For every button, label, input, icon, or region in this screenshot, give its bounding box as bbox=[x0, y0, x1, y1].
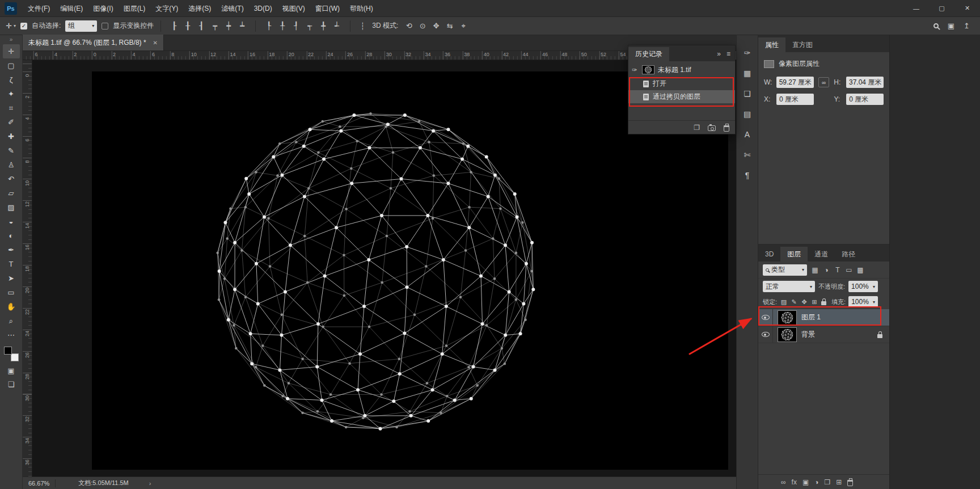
share-icon[interactable]: ↥ bbox=[964, 22, 970, 30]
new-snapshot-icon[interactable] bbox=[708, 125, 716, 131]
path-selection-tool[interactable]: ➤ bbox=[3, 271, 20, 285]
menu-item-10[interactable]: 帮助(H) bbox=[345, 0, 378, 17]
distribute-right-icon[interactable]: ┵ bbox=[331, 20, 343, 32]
eraser-tool[interactable]: ▱ bbox=[3, 186, 20, 200]
visibility-toggle[interactable] bbox=[758, 309, 773, 326]
foreground-color-swatch[interactable] bbox=[4, 347, 12, 355]
active-tool-badge[interactable]: ✛ ▾ bbox=[6, 22, 16, 30]
filter-type-layers-icon[interactable]: T bbox=[832, 264, 843, 276]
close-button[interactable]: ✕ bbox=[954, 0, 980, 17]
add-layer-mask-icon[interactable]: ▣ bbox=[802, 478, 809, 486]
3d-slide-icon[interactable]: ⇆ bbox=[443, 20, 456, 32]
filter-pixel-layers-icon[interactable]: ▦ bbox=[809, 264, 821, 276]
opacity-field[interactable]: 100% ▾ bbox=[848, 281, 878, 292]
menu-item-8[interactable]: 视图(V) bbox=[277, 0, 310, 17]
quick-mask-button[interactable]: ▣ bbox=[3, 364, 20, 377]
tab-layers[interactable]: 图层 bbox=[780, 247, 808, 262]
zoom-level[interactable]: 66.67% bbox=[28, 480, 49, 487]
visibility-toggle[interactable] bbox=[758, 326, 773, 343]
lock-transparency-icon[interactable]: ▨ bbox=[780, 298, 788, 306]
menu-item-0[interactable]: 文件(F) bbox=[23, 0, 55, 17]
gradient-tool[interactable]: ▨ bbox=[3, 200, 20, 214]
lock-artboard-icon[interactable]: ⊞ bbox=[810, 298, 818, 306]
filter-shape-layers-icon[interactable]: ▭ bbox=[843, 264, 855, 276]
clone-stamp-tool[interactable]: ♙ bbox=[3, 158, 20, 172]
auto-select-checkbox[interactable]: ✓ bbox=[20, 23, 27, 29]
width-field[interactable]: 59.27 厘米 bbox=[776, 77, 814, 88]
minimize-button[interactable]: — bbox=[903, 0, 929, 17]
close-tab-icon[interactable]: ✕ bbox=[153, 40, 158, 46]
tab-channels[interactable]: 通道 bbox=[808, 247, 835, 262]
libraries-panel-icon[interactable]: ❏ bbox=[739, 85, 756, 102]
screen-mode-button[interactable]: ❏ bbox=[3, 377, 20, 391]
fill-field[interactable]: 100% ▾ bbox=[848, 296, 878, 307]
layer-effects-icon[interactable]: fx bbox=[792, 478, 797, 486]
brush-settings-panel-icon[interactable]: ✑ bbox=[739, 44, 756, 61]
background-color-swatch[interactable] bbox=[11, 353, 19, 361]
height-field[interactable]: 37.04 厘米 bbox=[846, 77, 884, 88]
panel-menu-icon[interactable]: ≡ bbox=[726, 50, 730, 58]
eyedropper-tool[interactable]: ✐ bbox=[3, 115, 20, 129]
3d-pan-icon[interactable]: ✥ bbox=[430, 20, 442, 32]
3d-orbit-icon[interactable]: ⟲ bbox=[403, 20, 415, 32]
hand-tool[interactable]: ✋ bbox=[3, 300, 20, 314]
distribute-vertical-center-icon[interactable]: ╀ bbox=[276, 20, 289, 32]
y-field[interactable]: 0 厘米 bbox=[846, 94, 884, 105]
menu-item-1[interactable]: 编辑(E) bbox=[55, 0, 88, 17]
color-swatches[interactable] bbox=[4, 347, 19, 361]
3d-roll-icon[interactable]: ⊙ bbox=[416, 20, 429, 32]
move-tool[interactable]: ✛ bbox=[3, 44, 20, 58]
layer-row-layer-1[interactable]: 图层 1 bbox=[758, 309, 889, 326]
distribute-left-icon[interactable]: ┭ bbox=[303, 20, 316, 32]
workspace-icon[interactable]: ▣ bbox=[948, 22, 954, 30]
blur-tool[interactable]: ◒ bbox=[3, 214, 20, 229]
search-icon[interactable] bbox=[933, 23, 939, 28]
shape-tool[interactable]: ▭ bbox=[3, 285, 20, 300]
character-panel-icon[interactable]: A bbox=[739, 126, 756, 143]
blend-mode-dropdown[interactable]: 正常 ▾ bbox=[763, 281, 815, 292]
quick-selection-tool[interactable]: ✦ bbox=[3, 87, 20, 101]
layer-filter-dropdown[interactable]: 类型 ▾ bbox=[763, 264, 807, 276]
history-brush-tool[interactable]: ↶ bbox=[3, 172, 20, 186]
menu-item-2[interactable]: 图像(I) bbox=[88, 0, 118, 17]
maximize-button[interactable]: ▢ bbox=[929, 0, 954, 17]
align-middle-vertical-icon[interactable]: ┿ bbox=[222, 20, 235, 32]
crop-tool[interactable]: ⌗ bbox=[3, 101, 20, 115]
tab-3d[interactable]: 3D bbox=[758, 247, 780, 262]
layer-thumbnail[interactable] bbox=[778, 327, 797, 342]
edit-toolbar-button[interactable]: ⋯ bbox=[3, 328, 20, 342]
glyphs-panel-icon[interactable]: ✄ bbox=[739, 146, 756, 163]
x-field[interactable]: 0 厘米 bbox=[776, 94, 814, 105]
tab-history[interactable]: 历史记录 bbox=[628, 47, 669, 61]
distribute-bottom-icon[interactable]: ┦ bbox=[290, 20, 302, 32]
collapse-panel-icon[interactable]: » bbox=[717, 50, 721, 58]
type-tool[interactable]: T bbox=[3, 257, 20, 271]
layer-name[interactable]: 背景 bbox=[801, 330, 815, 339]
brush-tool[interactable]: ✎ bbox=[3, 144, 20, 158]
new-document-from-state-icon[interactable]: ❐ bbox=[694, 124, 700, 132]
distribute-top-icon[interactable]: ┞ bbox=[263, 20, 275, 32]
tab-histogram[interactable]: 直方图 bbox=[785, 37, 820, 52]
paragraph-panel-icon[interactable]: ¶ bbox=[739, 167, 756, 184]
history-brush-source-icon[interactable]: ✑ bbox=[632, 66, 639, 74]
3d-zoom-icon[interactable]: ⌖ bbox=[457, 20, 470, 32]
distribute-horizontal-center-icon[interactable]: ╇ bbox=[317, 20, 330, 32]
delete-state-icon[interactable] bbox=[724, 125, 729, 132]
filter-smart-objects-icon[interactable]: ▩ bbox=[855, 264, 866, 276]
adjustments-panel-icon[interactable]: ▤ bbox=[739, 106, 756, 123]
align-bottom-icon[interactable]: ┷ bbox=[236, 20, 248, 32]
dodge-tool[interactable]: ◐ bbox=[3, 229, 20, 243]
filter-adjustment-layers-icon[interactable]: ◑ bbox=[821, 264, 832, 276]
lasso-tool[interactable]: ζ bbox=[3, 73, 20, 87]
menu-item-6[interactable]: 滤镜(T) bbox=[216, 0, 248, 17]
swatches-panel-icon[interactable]: ▦ bbox=[739, 65, 756, 82]
tab-properties[interactable]: 属性 bbox=[758, 37, 785, 52]
history-snapshot-row[interactable]: ✑ 未标题 1.tif bbox=[628, 62, 735, 77]
document-tab[interactable]: 未标题 1.tif @ 66.7% (图层 1, RGB/8) * ✕ bbox=[23, 35, 164, 50]
delete-layer-icon[interactable] bbox=[847, 480, 853, 486]
layer-thumbnail[interactable] bbox=[778, 310, 797, 325]
history-step-layer-via-copy[interactable]: 通过拷贝的图层 bbox=[628, 90, 735, 103]
zoom-tool[interactable]: ⌕ bbox=[3, 314, 20, 328]
toolbar-collapse-icon[interactable]: » bbox=[10, 36, 13, 44]
menu-item-4[interactable]: 文字(Y) bbox=[150, 0, 183, 17]
